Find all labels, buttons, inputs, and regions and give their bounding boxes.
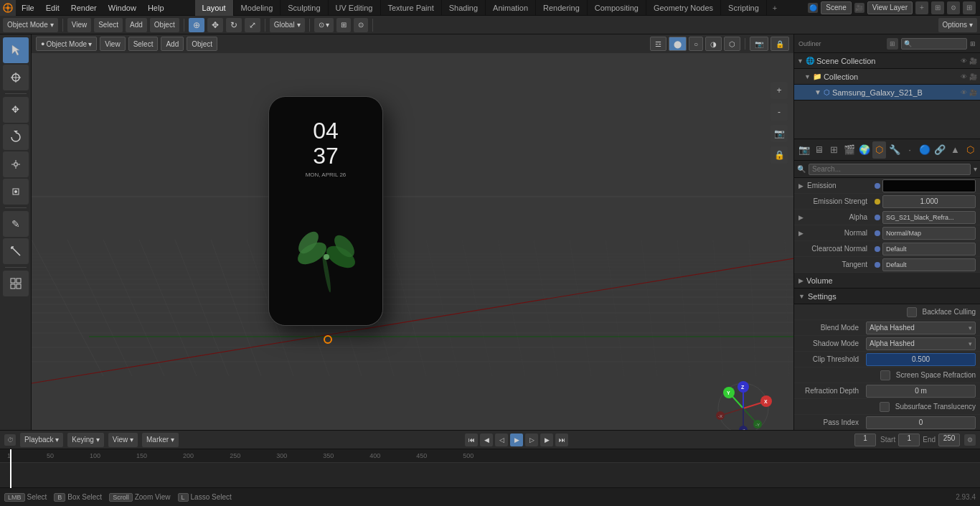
camera-view-button[interactable]: 📷 — [750, 37, 768, 51]
emission-expand[interactable]: ▶ — [798, 182, 804, 189]
translate-toggle[interactable]: ✥ — [207, 18, 223, 32]
copy-scene-button[interactable]: ⊞ — [931, 1, 944, 14]
volume-section[interactable]: ▶ Volume — [794, 273, 980, 289]
viewport-3d[interactable]: ● Object Mode ▾ View Select Add Object ☲… — [32, 34, 793, 466]
timeline-settings-icon[interactable]: ⚙ — [964, 434, 976, 446]
cursor-tool[interactable] — [3, 65, 29, 90]
playback-menu[interactable]: Playback ▾ — [20, 433, 63, 447]
menu-file[interactable]: File — [16, 0, 40, 16]
tab-geometry-nodes[interactable]: Geometry Nodes — [646, 0, 721, 16]
settings-section[interactable]: ▼ Settings — [794, 289, 980, 304]
marker-menu[interactable]: Marker ▾ — [142, 433, 179, 447]
transform-gizmo-toggle[interactable]: ⊕ — [189, 18, 204, 32]
status-select[interactable]: LMB Select — [4, 493, 47, 502]
tab-sculpting[interactable]: Sculpting — [281, 0, 328, 16]
data-props-icon[interactable]: ▲ — [948, 141, 962, 159]
viewport-shading-material[interactable]: ○ — [689, 37, 703, 51]
add-object-tool[interactable] — [3, 271, 29, 296]
tangent-value[interactable]: Default — [882, 258, 976, 271]
menu-window[interactable]: Window — [103, 0, 142, 16]
snapping-toggle[interactable]: ⊞ — [336, 18, 351, 32]
viewport-overlay-toggle[interactable]: ☲ — [650, 37, 666, 51]
pass-index-value[interactable]: 0 — [866, 416, 976, 429]
transform-space[interactable]: Global ▾ — [270, 18, 305, 32]
pivot-point[interactable]: ⊙ ▾ — [314, 18, 334, 32]
tab-uv-editing[interactable]: UV Editing — [329, 0, 381, 16]
alpha-value[interactable]: SG_S21_black_Refra... — [882, 211, 976, 224]
outliner-filter-icon[interactable]: ⊞ — [887, 38, 898, 50]
constraints-props-icon[interactable]: 🔗 — [933, 141, 947, 159]
next-frame-button[interactable]: ▶ — [540, 434, 553, 446]
blend-mode-dropdown[interactable]: Alpha Hashed ▾ — [866, 322, 976, 334]
view-layer-dropdown[interactable]: View Layer — [867, 1, 913, 14]
prev-keyframe-button[interactable]: ◁ — [495, 434, 508, 446]
prev-frame-button[interactable]: ◀ — [480, 434, 493, 446]
scene-collection-render[interactable]: 🎥 — [969, 57, 977, 65]
add-workspace-button[interactable]: + — [767, 4, 783, 12]
screen-space-checkbox[interactable] — [880, 370, 890, 380]
timeline-track[interactable] — [0, 462, 980, 488]
status-box-select[interactable]: B Box Select — [54, 493, 102, 502]
tab-shading[interactable]: Shading — [442, 0, 486, 16]
viewport-add-button[interactable]: Add — [161, 37, 184, 51]
keying-menu[interactable]: Keying ▾ — [67, 433, 103, 447]
backface-checkbox[interactable] — [907, 307, 917, 317]
clearcoat-value[interactable]: Default — [882, 243, 976, 256]
tab-animation[interactable]: Animation — [486, 0, 536, 16]
clip-threshold-value[interactable]: 0.500 — [866, 353, 976, 366]
timeline-icon[interactable]: ⏱ — [4, 434, 16, 446]
viewport-select-button[interactable]: Select — [128, 37, 159, 51]
tab-compositing[interactable]: Compositing — [588, 0, 646, 16]
collection-item[interactable]: ▼ 📁 Collection 👁 🎥 — [794, 69, 980, 85]
status-zoom[interactable]: Scroll Zoom View — [109, 493, 170, 502]
scene-collection-item[interactable]: ▼ 🌐 Scene Collection 👁 🎥 — [794, 53, 980, 69]
viewport-shading-solid[interactable]: ⬤ — [669, 37, 687, 51]
refraction-depth-value[interactable]: 0 m — [866, 385, 976, 398]
world-props-icon[interactable]: 🌍 — [857, 141, 871, 159]
jump-start-button[interactable]: ⏮ — [465, 434, 478, 446]
phone-model[interactable]: 0437 MON, APRIL 26 — [268, 96, 383, 326]
add-menu[interactable]: Add — [126, 18, 147, 32]
object-visibility[interactable]: 👁 — [961, 89, 967, 96]
tab-layout[interactable]: Layout — [195, 0, 234, 16]
render-props-icon[interactable]: 📷 — [797, 141, 811, 159]
object-render-vis[interactable]: 🎥 — [969, 89, 977, 96]
normal-value[interactable]: Normal/Map — [882, 227, 976, 240]
select-tool[interactable] — [3, 37, 29, 63]
material-props-icon[interactable]: ⬡ — [963, 141, 977, 159]
end-frame-input[interactable]: 250 — [938, 434, 960, 446]
physics-props-icon[interactable]: 🔵 — [918, 141, 932, 159]
scale-toggle[interactable]: ⤢ — [245, 18, 260, 32]
scene-collection-visibility[interactable]: 👁 — [961, 57, 967, 65]
viewport-shading-rendered[interactable]: ◑ — [705, 37, 722, 51]
status-lasso[interactable]: L Lasso Select — [178, 493, 232, 502]
view-layer-props-icon[interactable]: ⊞ — [827, 141, 841, 159]
next-keyframe-button[interactable]: ▷ — [525, 434, 538, 446]
timeline-playhead[interactable] — [10, 449, 11, 488]
lock-camera-button[interactable]: 🔒 — [771, 37, 789, 51]
tab-texture-paint[interactable]: Texture Paint — [381, 0, 442, 16]
normal-expand[interactable]: ▶ — [798, 230, 804, 237]
jump-end-button[interactable]: ⏭ — [555, 434, 568, 446]
current-frame-input[interactable]: 1 — [854, 434, 876, 446]
zoom-out-icon[interactable]: - — [771, 103, 788, 121]
viewport-gizmo[interactable]: X Y Z -X -Y -Z — [715, 380, 772, 437]
outliner-search[interactable]: 🔍 — [901, 38, 967, 50]
annotate-tool[interactable]: ✎ — [3, 211, 29, 237]
rotate-tool[interactable] — [3, 124, 29, 150]
tab-modeling[interactable]: Modeling — [234, 0, 281, 16]
start-frame-input[interactable]: 1 — [898, 434, 920, 446]
tab-rendering[interactable]: Rendering — [536, 0, 588, 16]
move-tool[interactable]: ✥ — [3, 97, 29, 123]
object-props-icon[interactable]: ⬡ — [872, 141, 886, 159]
camera-view-icon[interactable]: 📷 — [771, 125, 788, 142]
transform-tool[interactable] — [3, 179, 29, 205]
tab-scripting[interactable]: Scripting — [721, 0, 767, 16]
zoom-in-icon[interactable]: + — [771, 82, 788, 99]
menu-render[interactable]: Render — [65, 0, 103, 16]
scene-3d[interactable]: 0437 MON, APRIL 26 — [32, 53, 793, 466]
scale-tool[interactable] — [3, 151, 29, 177]
subsurface-checkbox[interactable] — [880, 402, 890, 412]
shadow-mode-dropdown[interactable]: Alpha Hashed ▾ — [866, 337, 976, 350]
filter-props-icon[interactable]: ▾ — [974, 165, 977, 173]
